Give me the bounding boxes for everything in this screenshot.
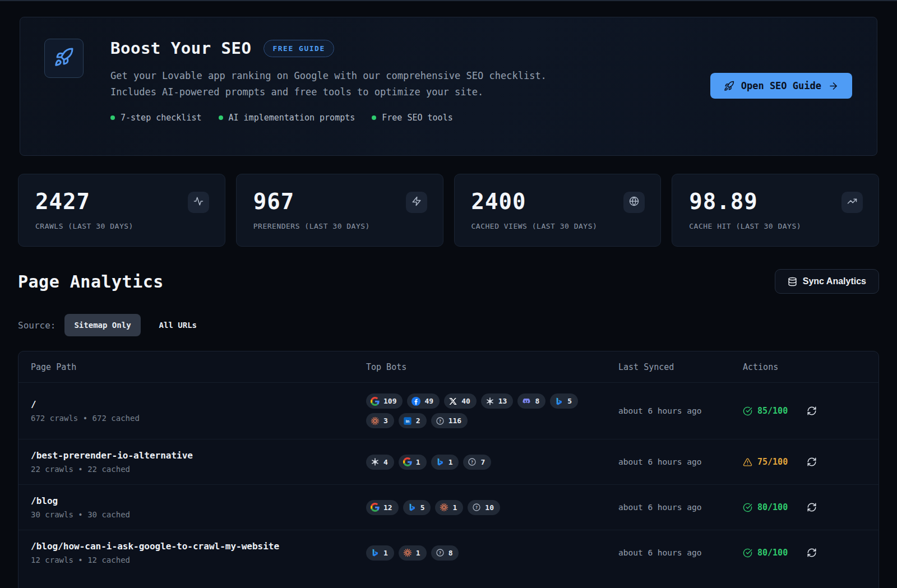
top-bots-cell: 11?8 xyxy=(366,545,595,561)
warning-triangle-icon xyxy=(743,457,752,467)
top-bots-cell: 1251?10 xyxy=(366,500,595,515)
last-synced: about 6 hours ago xyxy=(618,406,743,415)
page-path[interactable]: / xyxy=(31,399,366,410)
table-header-row: Page Path Top Bots Last Synced Actions xyxy=(19,351,878,383)
stat-label: CRAWLS (LAST 30 DAYS) xyxy=(35,222,211,230)
unknown-bot-icon: ? xyxy=(436,416,445,425)
bot-badge-claude: 1 xyxy=(399,545,427,561)
bot-count: 4 xyxy=(383,458,388,466)
free-guide-badge: FREE GUIDE xyxy=(263,40,334,57)
linkedin-bot-icon: in xyxy=(403,416,412,425)
source-label: Source: xyxy=(18,320,56,331)
last-synced: about 6 hours ago xyxy=(618,548,743,557)
green-dot-icon xyxy=(372,115,376,120)
lightning-icon xyxy=(406,192,427,213)
svg-text:in: in xyxy=(406,419,410,424)
bot-count: 12 xyxy=(383,503,392,512)
bot-badge-openai: 4 xyxy=(366,455,394,470)
source-option-sitemap-only[interactable]: Sitemap Only xyxy=(64,314,140,336)
feature-item: 7-step checklist xyxy=(110,113,202,123)
page-path[interactable]: /blog/how-can-i-ask-google-to-crawl-my-w… xyxy=(31,541,366,552)
top-bots-cell: 109494013853in2?116 xyxy=(366,393,595,428)
facebook-bot-icon xyxy=(411,397,420,406)
seo-score: 80/100 xyxy=(743,548,788,558)
stat-card-cache-hit: 98.89 CACHE HIT (LAST 30 DAYS) xyxy=(672,174,879,247)
svg-text:?: ? xyxy=(471,460,473,465)
column-header-last-synced: Last Synced xyxy=(618,362,743,372)
bot-count: 7 xyxy=(480,458,485,466)
google-bot-icon xyxy=(403,457,412,466)
sync-analytics-button[interactable]: Sync Analytics xyxy=(775,269,879,294)
claude-bot-icon xyxy=(440,503,449,512)
banner-description: Get your Lovable app ranking on Google w… xyxy=(110,68,576,100)
unknown-bot-icon: ? xyxy=(436,548,445,557)
bot-count: 5 xyxy=(420,503,425,512)
page-path-cell: / 672 crawls • 672 cached xyxy=(31,399,366,423)
bot-badge-facebook: 49 xyxy=(407,393,440,409)
bot-badge-x: 40 xyxy=(444,393,477,409)
table-row: / 672 crawls • 672 cached 109494013853in… xyxy=(19,383,878,439)
feature-label: 7-step checklist xyxy=(121,113,202,123)
activity-icon xyxy=(188,192,209,213)
x-bot-icon xyxy=(449,397,457,406)
refresh-icon xyxy=(807,502,817,512)
arrow-right-icon xyxy=(828,81,839,91)
open-seo-guide-button[interactable]: Open SEO Guide xyxy=(710,73,852,99)
column-header-top-bots: Top Bots xyxy=(366,362,618,372)
seo-score: 85/100 xyxy=(743,406,788,416)
seo-guide-banner: Boost Your SEO FREE GUIDE Get your Lovab… xyxy=(20,17,877,156)
bot-badge-bing: 1 xyxy=(431,455,459,470)
stat-value: 2400 xyxy=(471,189,648,214)
bot-count: 8 xyxy=(449,549,453,557)
refresh-icon xyxy=(807,406,817,416)
svg-text:?: ? xyxy=(438,418,441,423)
crawl-meta: 672 crawls • 672 cached xyxy=(31,414,366,423)
bot-count: 3 xyxy=(383,416,388,425)
globe-icon xyxy=(623,192,645,213)
table-row: /blog 30 crawls • 30 cached 1251?10 abou… xyxy=(19,485,878,530)
bot-count: 5 xyxy=(567,397,572,405)
claude-bot-icon xyxy=(371,416,380,425)
crawl-meta: 30 crawls • 30 cached xyxy=(31,510,366,519)
page-path[interactable]: /blog xyxy=(31,496,366,506)
bot-badge-unknown: ?10 xyxy=(468,500,500,515)
table-row: /best-prerender-io-alternative 22 crawls… xyxy=(19,439,878,485)
seo-score: 75/100 xyxy=(743,457,788,467)
refresh-icon xyxy=(807,457,817,467)
actions-cell: 75/100 xyxy=(743,457,866,467)
refresh-button[interactable] xyxy=(807,502,817,512)
bot-count: 1 xyxy=(449,458,453,466)
score-value: 85/100 xyxy=(757,406,788,416)
refresh-button[interactable] xyxy=(807,548,817,558)
page-path-cell: /best-prerender-io-alternative 22 crawls… xyxy=(31,450,366,474)
bot-count: 8 xyxy=(535,397,539,405)
green-dot-icon xyxy=(110,115,115,120)
rocket-icon xyxy=(44,39,84,78)
bot-count: 116 xyxy=(449,416,461,425)
bot-count: 1 xyxy=(416,549,420,557)
refresh-button[interactable] xyxy=(807,457,817,467)
column-header-page-path: Page Path xyxy=(31,362,366,372)
bot-badge-bing: 5 xyxy=(403,500,431,515)
page-path[interactable]: /best-prerender-io-alternative xyxy=(31,450,366,461)
feature-item: Free SEO tools xyxy=(372,113,452,123)
stat-label: PRERENDERS (LAST 30 DAYS) xyxy=(253,222,429,230)
source-option-all-urls[interactable]: All URLs xyxy=(150,314,206,336)
banner-title: Boost Your SEO xyxy=(110,39,251,58)
column-header-actions: Actions xyxy=(743,362,866,372)
check-circle-icon xyxy=(743,406,752,416)
stat-card-prerenders: 967 PRERENDERS (LAST 30 DAYS) xyxy=(236,174,443,247)
check-circle-icon xyxy=(743,503,752,512)
table-body: / 672 crawls • 672 cached 109494013853in… xyxy=(19,383,878,575)
stats-row: 2427 CRAWLS (LAST 30 DAYS) 967 PRERENDER… xyxy=(18,174,879,247)
refresh-button[interactable] xyxy=(807,406,817,416)
page-path-cell: /blog/how-can-i-ask-google-to-crawl-my-w… xyxy=(31,541,366,564)
page-analytics-table: Page Path Top Bots Last Synced Actions /… xyxy=(18,351,879,588)
sync-button-label: Sync Analytics xyxy=(803,276,866,286)
openai-bot-icon xyxy=(371,457,380,466)
table-row: /blog/how-can-i-ask-google-to-crawl-my-w… xyxy=(19,530,878,575)
bot-badge-google: 1 xyxy=(399,455,427,470)
bot-badge-google: 12 xyxy=(366,500,399,515)
crawl-meta: 12 crawls • 12 cached xyxy=(31,555,366,564)
bot-count: 40 xyxy=(461,397,470,405)
